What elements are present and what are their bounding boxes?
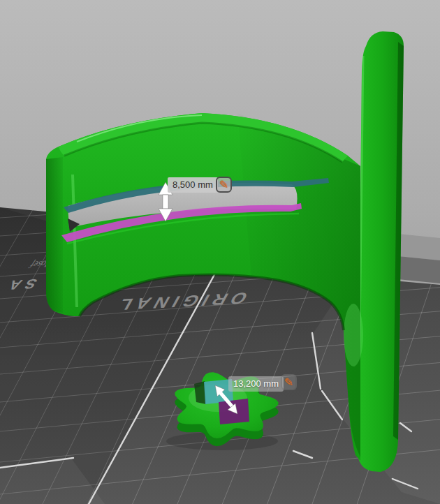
pencil-icon: ✎: [284, 377, 293, 388]
scene-canvas: ORIGINAL M SA Josef M: [0, 0, 440, 504]
measurement-label-slot[interactable]: 8,500 mm: [168, 177, 218, 193]
viewport-3d[interactable]: ORIGINAL M SA Josef M: [0, 0, 440, 504]
measurement-label-knob[interactable]: 13,200 mm: [228, 376, 284, 392]
band-leg-shade: [46, 157, 63, 313]
measurement-value-knob: 13,200 mm: [233, 378, 279, 389]
measurement-value-slot: 8,500 mm: [173, 179, 213, 190]
edit-measurement-button-knob[interactable]: ✎: [281, 374, 297, 390]
edit-measurement-button-slot[interactable]: ✎: [216, 177, 232, 193]
pencil-icon: ✎: [219, 179, 228, 191]
band-tab-junction-light: [344, 304, 363, 366]
